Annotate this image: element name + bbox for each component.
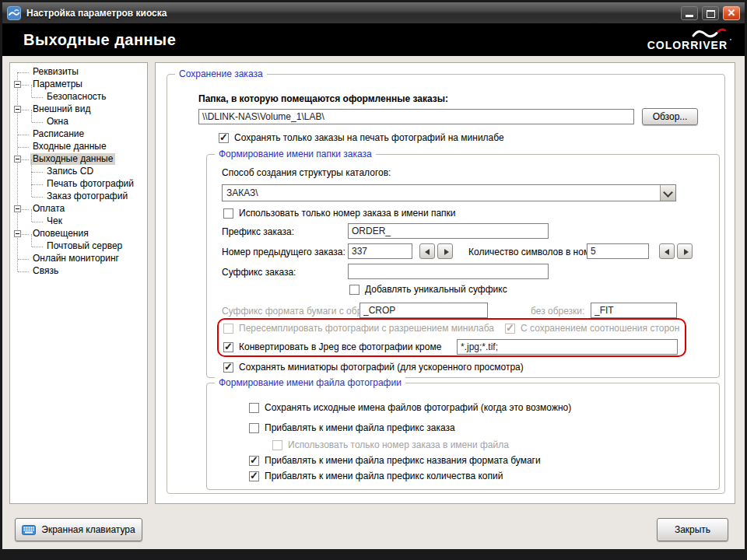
convert-jpeg-row: Конвертировать в Jpeg все фотографии кро… [223,341,441,352]
minimize-button[interactable] [681,6,698,20]
unique-suffix-checkbox[interactable] [349,285,359,295]
structure-combobox[interactable]: ЗАКАЗ\ [222,184,676,201]
tree-item-bezopasnost[interactable]: Безопасность [10,91,109,103]
save-order-legend: Сохранение заказа [175,68,267,79]
thumbnails-label: Сохранять миниатюры фотографий (для уско… [239,362,524,373]
tree-item-vhodnye-dannye[interactable]: Входные данные [10,141,109,153]
orders-folder-input[interactable] [198,109,634,124]
tree-item-svyaz[interactable]: Связь [10,265,61,278]
close-dialog-button[interactable]: Закрыть [657,518,728,541]
thumbnails-checkbox[interactable] [223,362,233,373]
unique-suffix-label: Добавлять уникальный суффикс [365,284,507,295]
window-title: Настройка параметров киоска [26,8,167,19]
crop-suffix-input[interactable] [359,303,488,318]
prefix-label: Префикс заказа: [222,226,294,237]
chevron-down-icon[interactable] [660,185,675,201]
collapse-icon[interactable] [14,106,21,113]
prev-number-label: Номер предыдущего заказа: [222,247,345,257]
tree-item-pechat-fotografiy[interactable]: Печать фотографий [10,178,136,191]
tree-item-vneshniy-vid[interactable]: Внешний вид [10,103,93,116]
order-prefix-file-label: Прибавлять к имени файла префикс заказа [265,422,455,433]
resample-checkbox [223,324,233,334]
tree-item-pochtovyy-server[interactable]: Почтовый сервер [10,240,124,253]
keep-aspect-checkbox [505,324,515,334]
file-name-legend: Формирование имени файла фотографии [215,377,405,388]
convert-jpeg-checkbox[interactable] [223,342,233,352]
tree-item-vyhodnye-dannye[interactable]: Выходные данные [10,153,115,166]
paper-prefix-file-checkbox[interactable] [249,456,259,466]
tree-item-chek[interactable]: Чек [10,215,65,228]
tree-item-parametry[interactable]: Параметры [10,79,85,91]
maximize-button[interactable] [702,6,719,20]
tree-item-onlayn-monitoring[interactable]: Онлайн мониторинг [10,253,121,265]
no-crop-label: без обрезки: [531,306,584,317]
only-number-checkbox[interactable] [223,208,233,219]
prev-number-decrement-icon[interactable] [419,243,435,259]
suffix-label: Суффикс заказа: [222,267,296,278]
onscreen-keyboard-button[interactable]: Экранная клавиатура [15,518,142,541]
collapse-icon[interactable] [14,205,21,212]
dialog-body: Реквизиты Параметры Безопасность Внешний… [2,56,745,549]
keep-aspect-row: С сохранением соотношения сторон [505,323,679,334]
tree-item-raspisanie[interactable]: Расписание [10,128,86,141]
structure-selected-value: ЗАКАЗ\ [223,185,660,201]
paper-prefix-file-label: Прибавлять к имени файла префикс названи… [265,455,541,466]
tree-item-zakaz-fotografiy[interactable]: Заказ фотографий [10,191,130,203]
tree-item-okna[interactable]: Окна [10,116,71,128]
main-panel: Сохранение заказа Папка, в которую помещ… [155,62,735,504]
original-names-row: Сохранять исходные имена файлов фотограф… [249,402,571,413]
tree-item-zapis-cd[interactable]: Запись CD [10,166,96,178]
digits-increment-icon[interactable] [677,243,693,259]
digits-input[interactable] [587,243,649,259]
only-print-label: Сохранять только заказы на печать фотогр… [234,132,504,143]
unique-suffix-row: Добавлять уникальный суффикс [349,284,507,295]
onscreen-keyboard-label: Экранная клавиатура [41,524,135,535]
digits-decrement-icon[interactable] [659,243,675,259]
copies-prefix-file-checkbox[interactable] [249,471,259,481]
order-prefix-file-checkbox[interactable] [249,423,259,433]
only-print-row: Сохранять только заказы на печать фотогр… [219,132,504,143]
brand-wave-icon [687,28,728,39]
original-names-checkbox[interactable] [249,403,259,413]
convert-exceptions-input[interactable] [457,339,678,355]
only-number-label: Использовать только номер заказа в имени… [239,208,456,219]
resample-row: Пересемплировать фотографии с разрешение… [223,323,494,334]
only-number-file-label: Использовать только номер заказа в имени… [288,439,509,450]
prev-number-increment-icon[interactable] [437,243,453,259]
kiosk-settings-window: Настройка параметров киоска Выходные дан… [0,0,747,560]
collapse-icon[interactable] [14,230,21,237]
folder-name-legend: Формирование имени папки заказа [215,149,376,159]
close-window-button[interactable] [723,6,740,20]
brand-logo: COLORRIVER [647,28,728,51]
resample-label: Пересемплировать фотографии с разрешение… [239,323,494,334]
tree-item-opovescheniya[interactable]: Оповещения [10,228,91,240]
save-order-group: Сохранение заказа Папка, в которую помещ… [167,74,725,494]
fit-suffix-input[interactable] [591,303,677,318]
file-name-group: Формирование имени файла фотографии Сохр… [206,383,720,490]
sidebar-panel: Реквизиты Параметры Безопасность Внешний… [9,62,148,504]
only-print-checkbox[interactable] [219,133,229,143]
browse-button[interactable]: Обзор... [642,108,698,125]
only-number-row: Использовать только номер заказа в имени… [223,208,456,219]
folder-label: Папка, в которую помещаются оформленные … [198,93,448,104]
keep-aspect-label: С сохранением соотношения сторон [521,323,679,334]
page-header: Выходные данные COLORRIVER [2,23,745,56]
collapse-icon[interactable] [14,81,21,88]
brand-name: COLORRIVER [647,39,728,51]
convert-jpeg-label: Конвертировать в Jpeg все фотографии кро… [239,341,441,352]
tree-item-oplata[interactable]: Оплата [10,203,67,215]
titlebar: Настройка параметров киоска [2,2,745,23]
tree-item-rekvizity[interactable]: Реквизиты [10,66,81,79]
copies-prefix-file-row: Прибавлять к имени файла префикс количес… [249,471,503,481]
settings-tree: Реквизиты Параметры Безопасность Внешний… [10,63,147,503]
structure-label: Способ создания структуры каталогов: [222,167,391,178]
only-number-file-checkbox [272,440,282,450]
order-suffix-input[interactable] [348,264,549,279]
folder-name-group: Формирование имени папки заказа Способ с… [206,154,720,378]
thumbnails-row: Сохранять миниатюры фотографий (для уско… [223,362,524,373]
collapse-icon[interactable] [14,156,21,163]
prev-number-input[interactable] [348,243,412,259]
order-prefix-input[interactable] [348,223,549,239]
close-dialog-label: Закрыть [675,524,710,535]
app-wave-icon [7,6,21,20]
